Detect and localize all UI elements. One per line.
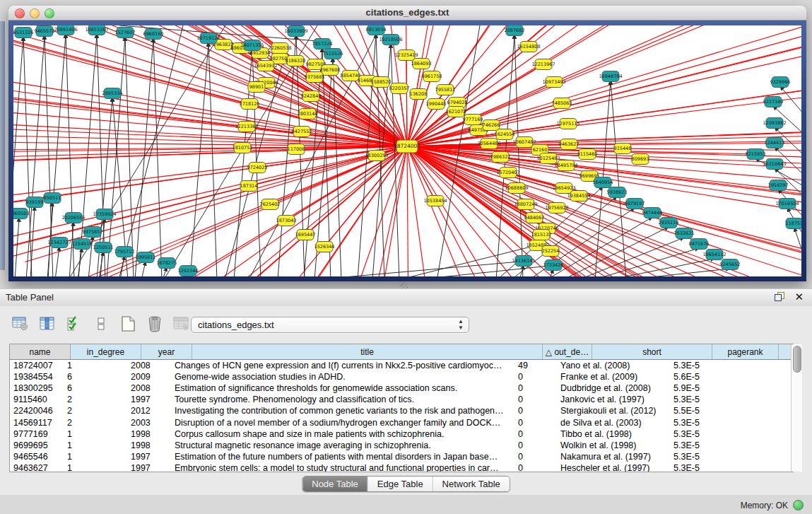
svg-text:19384554: 19384554: [567, 193, 590, 199]
svg-text:7955812: 7955812: [435, 87, 456, 93]
scrollbar-thumb[interactable]: [793, 346, 801, 373]
svg-text:8813034: 8813034: [366, 27, 387, 33]
column-header-out_de[interactable]: △ out_de…: [543, 344, 592, 359]
create-table-icon[interactable]: [119, 315, 137, 333]
svg-text:9242848: 9242848: [301, 93, 322, 99]
table-cell: 5.3E-5: [670, 429, 729, 439]
table-cell: 0: [514, 452, 557, 462]
table-cell: Hescheler et al. (1997): [557, 463, 670, 472]
svg-text:187314: 187314: [240, 183, 258, 189]
svg-text:118753: 118753: [786, 221, 801, 226]
svg-text:10125483: 10125483: [536, 156, 560, 161]
show-columns-icon[interactable]: [38, 315, 57, 333]
svg-text:8427552: 8427552: [292, 129, 312, 134]
table-cell: 5.3E-5: [670, 361, 729, 370]
node-table[interactable]: namein_degreeyeartitle△ out_de…shortpage…: [9, 344, 794, 472]
svg-text:1154519: 1154519: [72, 241, 93, 247]
table-cell: 1: [64, 361, 127, 370]
svg-text:1795722: 1795722: [114, 249, 135, 255]
svg-text:10538454: 10538454: [423, 198, 447, 204]
table-cell: 6: [64, 383, 127, 393]
table-row[interactable]: 2242004622012Investigating the contribut…: [10, 405, 793, 416]
table-cell: 0: [514, 383, 557, 393]
table-cell: 1997: [127, 463, 171, 472]
svg-text:809693: 809693: [632, 156, 649, 162]
table-cell: Changes of HCN gene expression and I(f) …: [171, 361, 514, 370]
tab-edge-table[interactable]: Edge Table: [368, 477, 433, 491]
table-cell: Jankovic et al. (1997): [557, 395, 670, 404]
svg-text:9329966: 9329966: [770, 79, 791, 85]
column-header-year[interactable]: year: [141, 344, 192, 359]
table-cell: 18300295: [10, 383, 64, 393]
table-cell: 2: [64, 395, 127, 404]
import-table-disabled-icon: [172, 315, 191, 333]
select-columns-icon[interactable]: [65, 315, 83, 333]
svg-text:10653267: 10653267: [85, 27, 108, 33]
table-panel-titlebar: Table Panel ✕: [0, 288, 812, 307]
window-title: citations_edges.txt: [8, 7, 806, 18]
svg-text:136208: 136208: [410, 91, 428, 97]
table-row[interactable]: 1830029562008Estimation of significance …: [10, 382, 793, 394]
column-header-in_degree[interactable]: in_degree: [71, 344, 141, 359]
svg-text:7485063: 7485063: [552, 100, 572, 106]
table-panel-title: Table Panel: [6, 292, 54, 303]
table-cell: Tibbo et al. (1998): [557, 429, 670, 439]
table-settings-icon[interactable]: [11, 315, 30, 333]
svg-text:19654923: 19654923: [552, 185, 575, 191]
row-options-icon[interactable]: [92, 315, 110, 333]
svg-text:2935114: 2935114: [659, 220, 679, 226]
column-header-short[interactable]: short: [592, 344, 712, 359]
table-cell: 0: [514, 463, 557, 472]
table-row[interactable]: 946554611997Estimation of the future num…: [10, 451, 793, 462]
table-row[interactable]: 946362711997Embryonic stem cells: a mode…: [10, 462, 793, 472]
table-cell: 19384554: [10, 372, 64, 382]
tab-node-table[interactable]: Node Table: [302, 477, 368, 491]
close-panel-icon[interactable]: ✕: [794, 292, 804, 301]
svg-text:2087682: 2087682: [505, 28, 525, 33]
svg-text:12975115: 12975115: [556, 121, 579, 127]
svg-text:1815132: 1815132: [531, 232, 552, 238]
table-type-tabs: Node TableEdge TableNetwork Table: [302, 476, 510, 492]
table-cell: 2008: [127, 383, 171, 393]
delete-table-icon[interactable]: [146, 315, 164, 333]
network-canvas[interactable]: 7963822886012889129342226053898275091654…: [13, 25, 801, 276]
table-cell: 1997: [127, 452, 171, 462]
table-selector-dropdown[interactable]: citations_edges.txt ▲▼: [191, 317, 469, 333]
table-row[interactable]: 1938455462009Genome-wide association stu…: [10, 371, 793, 382]
svg-text:1733426: 1733426: [543, 262, 564, 268]
table-cell: Franke et al. (2009): [557, 372, 670, 382]
svg-text:2967608: 2967608: [320, 67, 341, 73]
network-window: citations_edges.txt 79638228860128891293…: [8, 6, 806, 281]
svg-text:7986322: 7986322: [490, 154, 511, 160]
table-row[interactable]: 969969511998Structural magnetic resonanc…: [10, 440, 793, 451]
svg-text:12325419: 12325419: [394, 52, 418, 58]
table-row[interactable]: 977716911998Corpus callosum shape and si…: [10, 428, 793, 440]
column-header-name[interactable]: name: [10, 344, 71, 359]
float-panel-icon[interactable]: [775, 292, 784, 301]
svg-text:19218506: 19218506: [379, 37, 402, 42]
svg-text:6794028: 6794028: [447, 100, 468, 105]
svg-text:16033809: 16033809: [284, 28, 307, 34]
table-selector-value: citations_edges.txt: [198, 320, 274, 330]
svg-text:18300295: 18300295: [365, 153, 388, 158]
table-vertical-scrollbar[interactable]: [791, 344, 802, 472]
table-cell: 14569117: [10, 418, 64, 428]
tab-network-table[interactable]: Network Table: [433, 477, 510, 491]
svg-text:7625402: 7625402: [260, 201, 281, 207]
table-row[interactable]: 1872400712008Changes of HCN gene express…: [10, 360, 793, 371]
table-cell: 0: [514, 406, 557, 416]
svg-text:1990448: 1990448: [426, 101, 447, 107]
table-cell: 5.3E-5: [670, 440, 729, 450]
window-titlebar[interactable]: citations_edges.txt: [8, 6, 806, 21]
column-header-title[interactable]: title: [192, 344, 543, 359]
svg-text:12213967: 12213967: [531, 62, 555, 67]
svg-text:1810752: 1810752: [233, 145, 253, 151]
table-row[interactable]: 911546021997Tourette syndrome. Phenomeno…: [10, 394, 793, 405]
panel-resize-handle[interactable]: [400, 282, 408, 288]
citation-network-graph[interactable]: 7963822886012889129342226053898275091654…: [13, 25, 801, 276]
svg-text:1624554: 1624554: [495, 132, 515, 137]
table-cell: 0: [514, 372, 557, 382]
column-header-pagerank[interactable]: pagerank: [712, 344, 779, 359]
svg-text:8186328: 8186328: [286, 58, 306, 64]
table-row[interactable]: 1456911722003Disruption of a novel membe…: [10, 416, 793, 428]
